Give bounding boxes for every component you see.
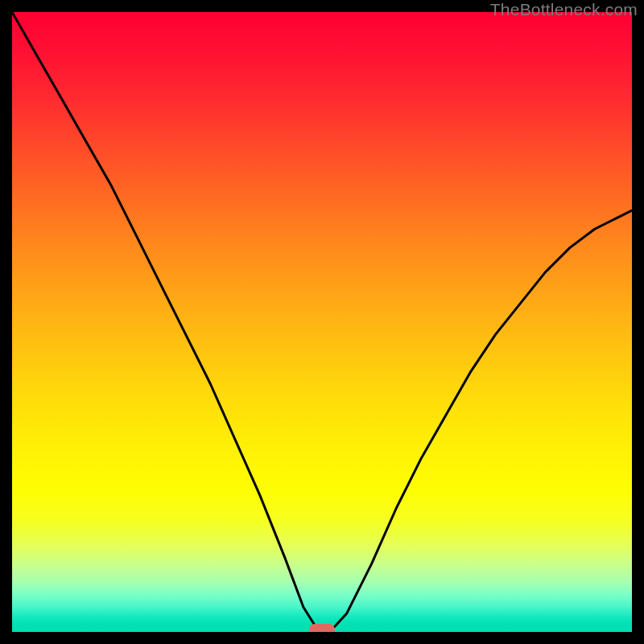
- curve-svg: [12, 12, 632, 632]
- chart-container: TheBottleneck.com: [0, 0, 644, 644]
- optimal-point-marker: [309, 624, 335, 632]
- plot-area: [12, 12, 632, 632]
- bottleneck-curve: [12, 12, 632, 628]
